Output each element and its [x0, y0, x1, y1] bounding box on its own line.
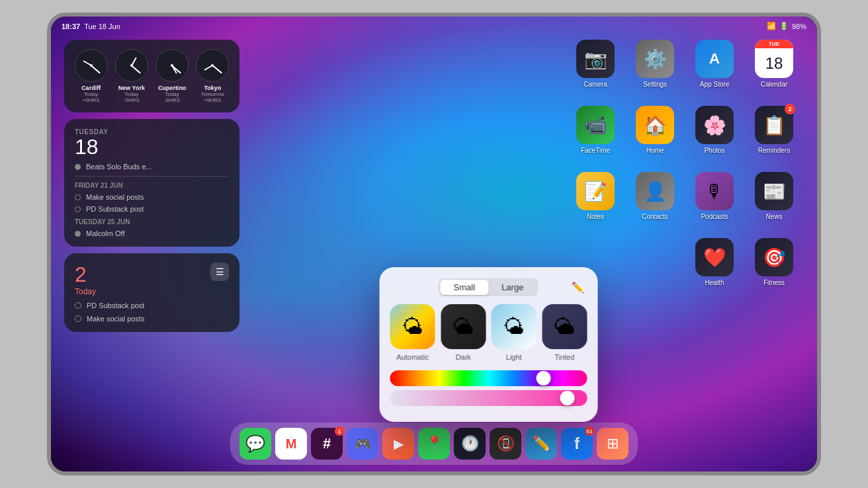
discord-icon: 🎮 — [355, 436, 371, 452]
clock-city-cardiff: Cardiff — [81, 85, 101, 91]
widget-divider-1 — [75, 176, 229, 177]
app-podcasts-label: Podcasts — [701, 213, 728, 220]
rem-count: 2 — [75, 263, 96, 287]
reminders-badge: 2 — [785, 104, 795, 114]
wifi-icon: 📶 — [767, 22, 776, 30]
app-contacts[interactable]: 👤 Contacts — [629, 172, 681, 231]
picker-option-light[interactable]: 🌤 Light — [492, 304, 537, 361]
battery-icon: 🔋 — [779, 22, 789, 30]
app-facetime-icon: 📹 — [576, 106, 615, 144]
app-health[interactable]: ❤️ Health — [688, 238, 741, 298]
rem-circle-social — [75, 315, 81, 322]
rem-item-social: Make social posts — [75, 315, 229, 323]
app-news-label: News — [765, 213, 782, 220]
reminders-count-widget[interactable]: 2 Today ☰ PD Substack post Make social p… — [64, 253, 239, 332]
dock-gmail[interactable]: M — [275, 428, 307, 460]
picker-option-automatic[interactable]: 🌤 Automatic — [390, 304, 436, 361]
min-hand-tokyo — [212, 65, 222, 73]
widget-dot-substack — [75, 206, 81, 212]
picker-weather-light-icon: 🌤 — [492, 304, 537, 349]
app-camera[interactable]: 📷 Camera — [569, 40, 622, 99]
facebook-icon: f — [574, 434, 580, 453]
app-appstore[interactable]: A App Store — [688, 40, 741, 99]
pixelmator-icon: ✏️ — [533, 435, 550, 452]
clock-cardiff: Cardiff Today +0HRS — [73, 49, 108, 103]
app-reminders[interactable]: 📋 2 Reminders — [748, 106, 801, 165]
picker-small-btn[interactable]: Small — [441, 280, 489, 295]
picker-option-tinted[interactable]: 🌥 Tinted — [542, 304, 587, 361]
app-settings-label: Settings — [643, 81, 667, 88]
app-notes[interactable]: 📝 Notes — [569, 172, 622, 231]
picker-large-btn[interactable]: Large — [488, 280, 537, 295]
dock-altstore[interactable]: ▶ — [382, 428, 414, 460]
app-facetime[interactable]: 📹 FaceTime — [569, 106, 622, 165]
app-fitness-label: Fitness — [763, 279, 785, 286]
clock-city-tokyo: Tokyo — [204, 85, 221, 91]
app-health-label: Health — [705, 279, 724, 286]
app-grid: 📷 Camera ⚙️ Settings A App Store TUE 18 … — [569, 40, 801, 298]
dock-messages[interactable]: 💬 — [239, 428, 271, 460]
picker-automatic-label: Automatic — [396, 353, 429, 361]
picker-option-dark[interactable]: 🌥 Dark — [441, 304, 486, 361]
rem-circle-substack — [75, 302, 81, 309]
rainbow-slider[interactable] — [390, 370, 587, 386]
clock-widget[interactable]: Cardiff Today +0HRS New York Today -5HRS — [64, 40, 239, 112]
launchpad-icon: ⊞ — [607, 435, 619, 452]
eyedropper-icon[interactable]: ✏️ — [568, 278, 587, 296]
app-home[interactable]: 🏠 Home — [629, 106, 681, 165]
picker-options: 🌤 Automatic 🌥 Dark 🌤 Light 🌥 — [390, 304, 587, 361]
widget-item-beats: Beats Solo Buds e... — [75, 163, 229, 171]
dock-maps[interactable]: 📍 — [418, 428, 450, 460]
clock-face-tokyo — [196, 49, 229, 82]
rem-count-block: 2 Today — [75, 263, 96, 296]
app-podcasts[interactable]: 🎙 Podcasts — [688, 172, 741, 231]
slack-badge: 1 — [335, 427, 344, 436]
altstore-icon: ▶ — [394, 436, 404, 452]
app-calendar-icon: TUE 18 — [755, 40, 793, 78]
picker-segmented: Small Large — [439, 278, 539, 296]
center-dot-cardiff — [90, 64, 93, 67]
app-news[interactable]: 📰 News — [748, 172, 801, 231]
calendar-date-num: 18 — [765, 56, 783, 71]
app-fitness[interactable]: 🎯 Fitness — [748, 238, 801, 298]
screentime-icon: 📵 — [497, 435, 515, 452]
app-health-icon: ❤️ — [695, 238, 734, 276]
reminder-calendar-widget[interactable]: TUESDAY 18 Beats Solo Buds e... FRIDAY 2… — [64, 119, 239, 247]
widget-sub-label-fri: FRIDAY 21 JUN — [75, 182, 229, 189]
app-settings[interactable]: ⚙️ Settings — [629, 40, 681, 99]
dock-screentime[interactable]: 📵 — [490, 428, 521, 460]
calendar-month-label: TUE — [755, 40, 793, 48]
clock-face-cardiff — [75, 49, 108, 82]
dock-discord[interactable]: 🎮 — [347, 428, 378, 460]
dock-launchpad[interactable]: ⊞ — [597, 428, 629, 460]
widget-sub-label-tue25: TUESDAY 25 JUN — [75, 218, 229, 225]
app-photos[interactable]: 🌸 Photos — [688, 106, 741, 165]
app-appstore-label: App Store — [700, 81, 729, 88]
rainbow-slider-thumb[interactable] — [537, 371, 551, 386]
widget-picker[interactable]: Small Large ✏️ 🌤 Automatic 🌥 Dark 🌤 — [380, 267, 598, 422]
ipad-frame: 18:37 Tue 18 Jun 📶 🔋 98% Cardiff Today +… — [47, 13, 821, 475]
status-bar: 18:37 Tue 18 Jun 📶 🔋 98% — [62, 22, 806, 30]
clock-offset-cardiff: +0HRS — [83, 97, 100, 103]
widget-item-social: Make social posts — [75, 193, 229, 201]
status-time: 18:37 — [62, 22, 80, 30]
widgets-column: Cardiff Today +0HRS New York Today -5HRS — [64, 40, 239, 332]
status-date: Tue 18 Jun — [84, 22, 120, 30]
pink-slider[interactable] — [390, 390, 587, 406]
app-camera-icon: 📷 — [576, 40, 615, 78]
widget-item-malcolm: Malcolm Off — [75, 229, 229, 237]
dock-slack[interactable]: # 1 — [311, 428, 343, 460]
clock-face-newyork — [115, 49, 148, 82]
widget-text-social: Make social posts — [86, 193, 144, 201]
app-calendar[interactable]: TUE 18 Calendar — [748, 40, 801, 99]
dock-pixelmator[interactable]: ✏️ — [525, 428, 557, 460]
min-hand-cardiff — [91, 65, 101, 73]
weather-light-emoji: 🌤 — [503, 315, 525, 339]
rem-header: 2 Today ☰ — [75, 263, 229, 296]
pink-slider-thumb[interactable] — [560, 391, 575, 405]
rem-text-substack: PD Substack post — [87, 302, 144, 309]
dock-clock[interactable]: 🕐 — [454, 428, 486, 460]
widget-text-substack: PD Substack post — [86, 205, 144, 213]
dock-facebook[interactable]: f 61 — [561, 428, 593, 460]
weather-auto-emoji: 🌤 — [402, 315, 423, 339]
